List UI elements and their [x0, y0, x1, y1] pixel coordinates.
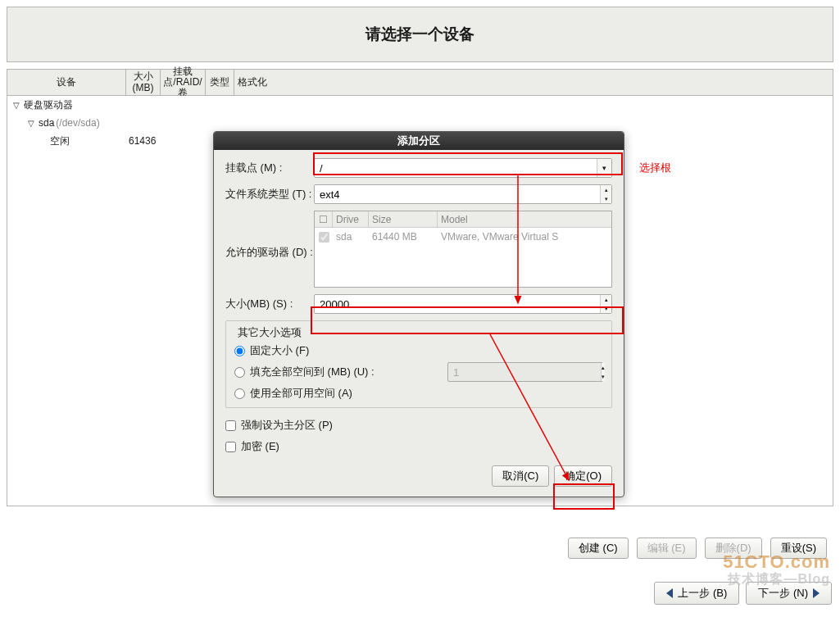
- drives-table[interactable]: ☐ Drive Size Model sda 61440 MB VMware, …: [314, 211, 612, 288]
- title-panel: 请选择一个设备: [7, 7, 833, 62]
- drive-size-val: 61440 MB: [369, 231, 438, 243]
- drive-name: sda: [333, 231, 369, 243]
- fs-label: 文件系统类型 (T) :: [225, 187, 314, 202]
- radio-fill-all-label: 使用全部可用空间 (A): [250, 386, 352, 401]
- arrow-right-icon: [813, 588, 820, 598]
- mount-row: 挂载点 (M) : ▾: [225, 158, 612, 178]
- tree-sda-label: sda: [39, 117, 54, 129]
- edit-button: 编辑 (E): [637, 538, 697, 559]
- dialog-title: 添加分区: [214, 132, 624, 150]
- spinner-buttons[interactable]: ▴▾: [600, 295, 611, 313]
- col-type[interactable]: 类型: [206, 70, 234, 95]
- col-rest: [270, 70, 833, 95]
- drives-label: 允许的驱动器 (D) :: [225, 245, 314, 260]
- radio-fill-to-row[interactable]: 填充全部空间到 (MB) (U) : ▴▾: [234, 361, 603, 383]
- tree-free-label: 空闲: [50, 134, 70, 148]
- tree-free-row[interactable]: 空闲 61436: [7, 132, 171, 150]
- fs-input[interactable]: [315, 185, 600, 203]
- size-row: 大小(MB) (S) : ▴▾: [225, 294, 612, 314]
- drives-header: ☐ Drive Size Model: [315, 211, 611, 228]
- check-encrypt[interactable]: [225, 442, 236, 452]
- check-primary-label: 强制设为主分区 (P): [241, 418, 333, 433]
- check-primary-row[interactable]: 强制设为主分区 (P): [225, 415, 612, 436]
- radio-fixed-label: 固定大小 (F): [250, 343, 309, 358]
- drive-checkbox: [319, 232, 329, 243]
- drives-row: 允许的驱动器 (D) : ☐ Drive Size Model sda 6144…: [225, 211, 612, 288]
- extra-size-legend: 其它大小选项: [234, 325, 305, 340]
- mount-label: 挂载点 (M) :: [225, 161, 314, 175]
- ok-button[interactable]: 确定(O): [554, 465, 612, 487]
- dialog-body: 挂载点 (M) : ▾ 文件系统类型 (T) : ▴▾ 允许的驱动器 (D) :: [214, 150, 624, 497]
- combo-spin-icon[interactable]: ▴▾: [600, 185, 611, 203]
- tree-sda-row[interactable]: ▽ sda (/dev/sda): [7, 114, 833, 132]
- back-label: 上一步 (B): [678, 586, 727, 601]
- check-encrypt-row[interactable]: 加密 (E): [225, 436, 612, 457]
- check-encrypt-label: 加密 (E): [241, 439, 279, 454]
- check-primary[interactable]: [225, 420, 236, 431]
- radio-fixed-row[interactable]: 固定大小 (F): [234, 340, 603, 361]
- radio-fill-to-label: 填充全部空间到 (MB) (U) :: [250, 365, 375, 379]
- next-label: 下一步 (N): [758, 586, 808, 601]
- dialog-buttons: 取消(C) 确定(O): [225, 465, 612, 487]
- drive-row-sda[interactable]: sda 61440 MB VMware, VMware Virtual S: [315, 228, 611, 246]
- fill-to-input: [448, 363, 596, 381]
- drive-col-size[interactable]: Size: [369, 211, 438, 227]
- annotation-select-root: 选择根: [639, 161, 671, 175]
- tree-root-label: 硬盘驱动器: [24, 98, 73, 112]
- create-button[interactable]: 创建 (C): [568, 538, 629, 559]
- tree-root-row[interactable]: ▽ 硬盘驱动器: [7, 96, 833, 114]
- drive-col-model[interactable]: Model: [438, 211, 611, 227]
- drive-col-drive[interactable]: Drive: [333, 211, 369, 227]
- watermark: 51CTO.com 技术博客—Blog: [723, 552, 830, 587]
- add-partition-dialog: 添加分区 挂载点 (M) : ▾ 文件系统类型 (T) : ▴▾ 允许的驱动器 …: [213, 131, 624, 497]
- col-size[interactable]: 大小(MB): [126, 70, 161, 95]
- mount-combo[interactable]: ▾: [314, 158, 612, 178]
- col-device[interactable]: 设备: [7, 70, 126, 95]
- drive-model-val: VMware, VMware Virtual S: [438, 231, 611, 243]
- mount-input[interactable]: [315, 159, 597, 177]
- radio-fixed[interactable]: [234, 346, 245, 356]
- tree-sda-dev: (/dev/sda): [56, 117, 99, 129]
- size-spinner[interactable]: ▴▾: [314, 294, 612, 314]
- expand-icon[interactable]: ▽: [25, 119, 37, 128]
- drive-col-check: ☐: [315, 211, 333, 227]
- fill-to-spinner: ▴▾: [447, 362, 603, 382]
- extra-size-fieldset: 其它大小选项 固定大小 (F) 填充全部空间到 (MB) (U) : ▴▾ 使用…: [225, 320, 612, 408]
- radio-fill-to[interactable]: [234, 367, 245, 378]
- expand-icon[interactable]: ▽: [11, 101, 22, 110]
- watermark-line2: 技术博客—Blog: [723, 572, 830, 587]
- cancel-button[interactable]: 取消(C): [492, 465, 549, 487]
- radio-fill-all[interactable]: [234, 388, 245, 399]
- arrow-left-icon: [666, 588, 673, 598]
- size-input[interactable]: [315, 295, 600, 313]
- size-label: 大小(MB) (S) :: [225, 297, 314, 311]
- spinner-buttons: ▴▾: [601, 363, 605, 381]
- page-title: 请选择一个设备: [7, 7, 833, 61]
- fs-row: 文件系统类型 (T) : ▴▾: [225, 184, 612, 204]
- col-format[interactable]: 格式化: [234, 70, 270, 95]
- chevron-down-icon[interactable]: ▾: [597, 159, 611, 177]
- radio-fill-all-row[interactable]: 使用全部可用空间 (A): [234, 383, 603, 404]
- device-table-header: 设备 大小(MB) 挂载点/RAID/卷 类型 格式化: [7, 70, 833, 96]
- fs-combo[interactable]: ▴▾: [314, 184, 612, 204]
- col-mount[interactable]: 挂载点/RAID/卷: [161, 70, 206, 95]
- tree-free-size: 61436: [129, 135, 156, 147]
- watermark-line1: 51CTO.com: [723, 552, 830, 572]
